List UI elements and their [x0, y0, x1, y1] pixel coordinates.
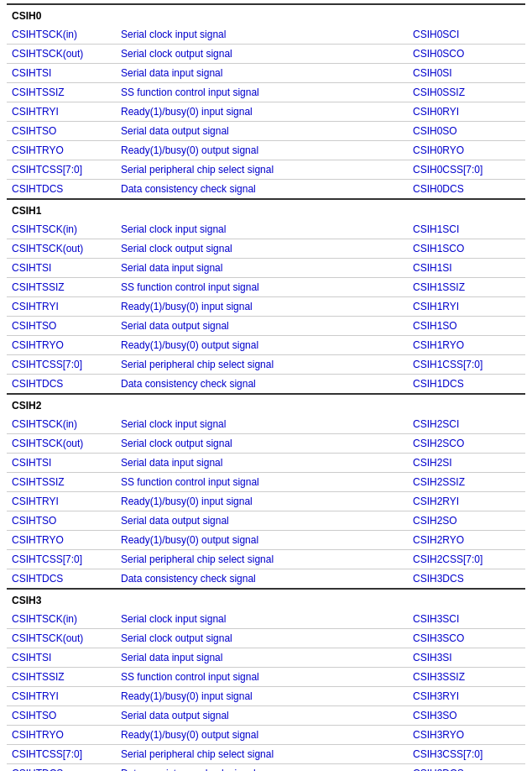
signal-description: Serial data output signal [116, 511, 408, 531]
table-row: CSIHTSISerial data input signalCSIH1SI [7, 259, 525, 278]
table-row: CSIHTSCK(in)Serial clock input signalCSI… [7, 25, 525, 45]
section-header-CSIH0: CSIH0 [7, 4, 525, 25]
signal-name: CSIH3DCS [408, 764, 525, 772]
signal-name: CSIH3SSIZ [408, 668, 525, 687]
pin-name: CSIHTDCS [7, 180, 116, 200]
table-row: CSIHTRYOReady(1)/busy(0) output signalCS… [7, 531, 525, 550]
signal-description: Ready(1)/busy(0) output signal [116, 726, 408, 745]
signal-description: Serial clock output signal [116, 239, 408, 259]
signal-description: Ready(1)/busy(0) input signal [116, 102, 408, 122]
table-row: CSIHTCSS[7:0]Serial peripheral chip sele… [7, 550, 525, 569]
table-row: CSIHTSCK(in)Serial clock input signalCSI… [7, 220, 525, 239]
table-row: CSIHTRYIReady(1)/busy(0) input signalCSI… [7, 102, 525, 122]
signal-description: SS function control input signal [116, 473, 408, 492]
signal-name: CSIH1RYO [408, 336, 525, 355]
signal-description: Ready(1)/busy(0) input signal [116, 297, 408, 317]
table-row: CSIHTSOSerial data output signalCSIH2SO [7, 511, 525, 531]
signal-name: CSIH3SI [408, 648, 525, 668]
table-row: CSIHTSSIZSS function control input signa… [7, 83, 525, 102]
table-row: CSIHTCSS[7:0]Serial peripheral chip sele… [7, 160, 525, 180]
signal-description: SS function control input signal [116, 278, 408, 297]
table-row: CSIHTRYIReady(1)/busy(0) input signalCSI… [7, 297, 525, 317]
signal-name: CSIH3RYO [408, 726, 525, 745]
pin-name: CSIHTSSIZ [7, 83, 116, 102]
table-row: CSIHTSISerial data input signalCSIH3SI [7, 648, 525, 668]
table-row: CSIHTCSS[7:0]Serial peripheral chip sele… [7, 745, 525, 764]
signal-name: CSIH3DCS [408, 569, 525, 590]
table-row: CSIHTSISerial data input signalCSIH2SI [7, 454, 525, 473]
signal-name: CSIH0SSIZ [408, 83, 525, 102]
table-row: CSIHTDCSData consistency check signalCSI… [7, 764, 525, 772]
signal-description: SS function control input signal [116, 83, 408, 102]
signal-description: Data consistency check signal [116, 764, 408, 772]
table-row: CSIHTSCK(in)Serial clock input signalCSI… [7, 610, 525, 629]
signal-description: Serial data input signal [116, 648, 408, 668]
pin-name: CSIHTSO [7, 317, 116, 336]
signal-name: CSIH0RYO [408, 141, 525, 160]
table-row: CSIHTRYOReady(1)/busy(0) output signalCS… [7, 726, 525, 745]
signal-name: CSIH3SCO [408, 629, 525, 648]
signal-description: Ready(1)/busy(0) output signal [116, 141, 408, 160]
signal-name: CSIH2SO [408, 511, 525, 531]
signal-description: Serial data input signal [116, 64, 408, 83]
signal-name: CSIH2SSIZ [408, 473, 525, 492]
signal-description: Data consistency check signal [116, 375, 408, 395]
pin-name: CSIHTSCK(in) [7, 25, 116, 45]
signal-description: Serial peripheral chip select signal [116, 355, 408, 375]
table-row: CSIHTDCSData consistency check signalCSI… [7, 180, 525, 200]
signal-name: CSIH2SI [408, 454, 525, 473]
pin-name: CSIHTRYI [7, 102, 116, 122]
pin-name: CSIHTCSS[7:0] [7, 355, 116, 375]
pin-name: CSIHTDCS [7, 764, 116, 772]
table-row: CSIHTSOSerial data output signalCSIH0SO [7, 122, 525, 141]
pin-name: CSIHTSCK(in) [7, 220, 116, 239]
signal-description: Serial data input signal [116, 454, 408, 473]
signal-description: Serial peripheral chip select signal [116, 745, 408, 764]
pin-name: CSIHTSO [7, 511, 116, 531]
pin-name: CSIHTSCK(out) [7, 45, 116, 64]
main-container: CSIH0CSIHTSCK(in)Serial clock input sign… [0, 0, 532, 771]
signal-name: CSIH1DCS [408, 375, 525, 395]
table-row: CSIHTSOSerial data output signalCSIH3SO [7, 706, 525, 726]
signal-name: CSIH1RYI [408, 297, 525, 317]
signal-description: Serial clock input signal [116, 415, 408, 434]
signal-name: CSIH3SCI [408, 610, 525, 629]
signal-description: Serial data output signal [116, 122, 408, 141]
table-row: CSIHTSCK(out)Serial clock output signalC… [7, 434, 525, 454]
table-row: CSIHTSOSerial data output signalCSIH1SO [7, 317, 525, 336]
table-row: CSIHTRYOReady(1)/busy(0) output signalCS… [7, 336, 525, 355]
pin-name: CSIHTRYI [7, 297, 116, 317]
signal-description: Serial data input signal [116, 259, 408, 278]
signal-description: Ready(1)/busy(0) output signal [116, 531, 408, 550]
section-header-row-CSIH0: CSIH0 [7, 4, 525, 25]
signal-description: Serial clock input signal [116, 220, 408, 239]
pin-name: CSIHTSO [7, 706, 116, 726]
table-row: CSIHTSSIZSS function control input signa… [7, 278, 525, 297]
signal-name: CSIH2SCO [408, 434, 525, 454]
signal-description: Serial peripheral chip select signal [116, 160, 408, 180]
signal-description: Serial clock output signal [116, 434, 408, 454]
signal-name: CSIH0SI [408, 64, 525, 83]
signal-description: SS function control input signal [116, 668, 408, 687]
signal-description: Ready(1)/busy(0) input signal [116, 687, 408, 706]
signal-description: Serial clock output signal [116, 629, 408, 648]
pin-name: CSIHTRYO [7, 336, 116, 355]
table-row: CSIHTDCSData consistency check signalCSI… [7, 569, 525, 590]
signal-description: Serial data output signal [116, 317, 408, 336]
signal-description: Data consistency check signal [116, 569, 408, 590]
pin-name: CSIHTSCK(out) [7, 434, 116, 454]
table-row: CSIHTSCK(out)Serial clock output signalC… [7, 629, 525, 648]
pin-name: CSIHTSCK(out) [7, 239, 116, 259]
signal-name: CSIH2SCI [408, 415, 525, 434]
pin-name: CSIHTRYI [7, 492, 116, 511]
pin-name: CSIHTSCK(in) [7, 610, 116, 629]
table-row: CSIHTSCK(out)Serial clock output signalC… [7, 239, 525, 259]
signal-name: CSIH0SCO [408, 45, 525, 64]
signal-name: CSIH0DCS [408, 180, 525, 200]
signal-name: CSIH2RYO [408, 531, 525, 550]
table-row: CSIHTRYIReady(1)/busy(0) input signalCSI… [7, 492, 525, 511]
signal-name: CSIH1CSS[7:0] [408, 355, 525, 375]
signal-name: CSIH3RYI [408, 687, 525, 706]
pin-name: CSIHTSCK(out) [7, 629, 116, 648]
pin-name: CSIHTSSIZ [7, 278, 116, 297]
